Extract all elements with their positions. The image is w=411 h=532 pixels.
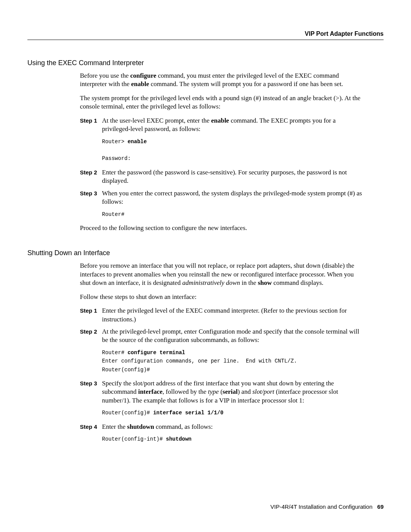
code-text: Router>	[102, 139, 127, 145]
step-content: At the user-level EXEC prompt, enter the…	[102, 117, 365, 134]
step-content: When you enter the correct password, the…	[102, 189, 365, 206]
step-label: Step 3	[80, 379, 102, 405]
step-content: Enter the privileged level of the EXEC c…	[102, 307, 365, 324]
section1-code1: Router> enable Password:	[102, 137, 365, 163]
text-italic: type	[208, 388, 219, 395]
text-italic: slot/port	[252, 388, 274, 395]
step-content: Specify the slot/port address of the fir…	[102, 379, 365, 405]
section2-code3: Router(config-int)# shutdown	[102, 435, 365, 443]
code-text: Router(config)#	[102, 410, 153, 416]
text-italic: administratively down	[182, 279, 240, 286]
code-bold: interface serial 1/1/0	[153, 410, 223, 416]
code-text: Password:	[102, 155, 131, 161]
section2-body: Before you remove an interface that you …	[80, 262, 365, 443]
text-bold: enable	[131, 80, 149, 88]
code-bold: enable	[127, 139, 147, 145]
code-bold: shutdown	[166, 436, 191, 442]
step-label: Step 1	[80, 117, 102, 134]
text-bold: configure	[130, 72, 156, 79]
text: command displays.	[272, 279, 323, 286]
section1-step2: Step 2 Enter the password (the password …	[80, 168, 365, 185]
footer-page-number: 69	[377, 503, 384, 510]
section1-code2: Router#	[102, 210, 365, 219]
header-title: VIP Port Adapter Functions	[27, 30, 384, 37]
text: Enter the	[102, 423, 127, 430]
section2-step2: Step 2 At the privileged-level prompt, e…	[80, 328, 365, 345]
step-label: Step 2	[80, 328, 102, 345]
section2-code1: Router# configure terminal Enter configu…	[102, 348, 365, 374]
text: ) and	[237, 388, 252, 395]
text-bold: shutdown	[127, 423, 154, 430]
section1-para2: The system prompt for the privileged lev…	[80, 94, 365, 111]
section2-para1: Before you remove an interface that you …	[80, 262, 365, 287]
text-bold: serial	[223, 388, 238, 395]
section-heading-shutdown: Shutting Down an Interface	[27, 249, 384, 257]
step-content: At the privileged-level prompt, enter Co…	[102, 328, 365, 345]
text: At the user-level EXEC prompt, enter the	[102, 117, 211, 124]
text-bold: enable	[211, 117, 229, 124]
code-text: Router(config-int)#	[102, 436, 166, 442]
section2-step1: Step 1 Enter the privileged level of the…	[80, 307, 365, 324]
text: Before you use the	[80, 72, 130, 79]
code-text: Router#	[102, 350, 127, 356]
code-text: Enter configuration commands, one per li…	[102, 358, 297, 364]
footer-text: VIP-4R/4T Installation and Configuration	[271, 503, 373, 510]
code-text: Router(config)#	[102, 367, 150, 373]
text: , followed by the	[162, 388, 208, 395]
section-heading-exec: Using the EXEC Command Interpreter	[27, 59, 384, 67]
text-bold: interface	[138, 388, 162, 395]
text-bold: show	[258, 279, 272, 286]
step-label: Step 3	[80, 189, 102, 206]
step-label: Step 4	[80, 423, 102, 431]
page-footer: VIP-4R/4T Installation and Configuration…	[271, 503, 384, 510]
text: command, as follows:	[154, 423, 213, 430]
section2-code2: Router(config)# interface serial 1/1/0	[102, 409, 365, 417]
text: (	[219, 388, 223, 395]
section1-para1: Before you use the configure command, yo…	[80, 72, 365, 89]
section2-para2: Follow these steps to shut down an inter…	[80, 293, 365, 301]
header-rule	[27, 40, 384, 40]
code-bold: configure terminal	[127, 350, 185, 356]
step-content: Enter the password (the password is case…	[102, 168, 365, 185]
text: command. The system will prompt you for …	[149, 80, 343, 88]
step-label: Step 1	[80, 307, 102, 324]
page-container: VIP Port Adapter Functions Using the EXE…	[0, 0, 411, 532]
section1-para3: Proceed to the following section to conf…	[80, 224, 365, 232]
section2-step3: Step 3 Specify the slot/port address of …	[80, 379, 365, 405]
section1-step1: Step 1 At the user-level EXEC prompt, en…	[80, 117, 365, 134]
section1-body: Before you use the configure command, yo…	[80, 72, 365, 232]
text: in the	[240, 279, 258, 286]
step-content: Enter the shutdown command, as follows:	[102, 423, 365, 431]
step-label: Step 2	[80, 168, 102, 185]
section2-step4: Step 4 Enter the shutdown command, as fo…	[80, 423, 365, 431]
section1-step3: Step 3 When you enter the correct passwo…	[80, 189, 365, 206]
